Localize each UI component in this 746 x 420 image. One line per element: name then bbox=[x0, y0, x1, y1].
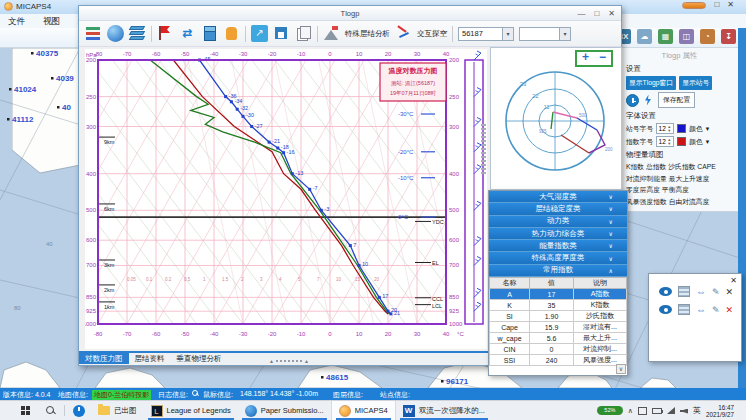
index-color-swatch[interactable] bbox=[677, 137, 686, 146]
taskbar-app-已出图[interactable]: 已出图 bbox=[91, 401, 144, 420]
maximize-button[interactable]: □ bbox=[714, 1, 719, 9]
save-config-button[interactable]: 保存配置 bbox=[658, 92, 695, 108]
tlogp-titlebar[interactable]: Tlogp — □ ✕ bbox=[79, 6, 621, 21]
swap-arrows-icon[interactable]: ⇄ bbox=[179, 25, 196, 42]
tlogp-maximize-button[interactable]: □ bbox=[594, 9, 599, 18]
layers-icon[interactable] bbox=[129, 25, 146, 42]
station-id-label[interactable]: 41024 bbox=[14, 85, 37, 94]
table-row[interactable]: SI1.90沙氏指数 bbox=[490, 311, 627, 322]
table-row[interactable]: Cape15.9湿对流有... bbox=[490, 322, 627, 333]
visibility-eye-icon[interactable] bbox=[659, 287, 672, 296]
clock-datetime[interactable]: 16:472021/9/27 bbox=[706, 404, 734, 418]
data-list-icon[interactable] bbox=[85, 25, 102, 42]
layer-stack-icon[interactable] bbox=[678, 304, 690, 315]
table-row[interactable]: A17A指数 bbox=[490, 289, 627, 300]
station-id-label[interactable]: 40 bbox=[62, 103, 71, 112]
tlogp-chart[interactable]: 0.050.10.20.511.523457101520-45-36-34-32… bbox=[85, 49, 487, 349]
clock-app-icon[interactable] bbox=[67, 401, 91, 420]
table-row[interactable]: w_cape5.6最大上升... bbox=[490, 333, 627, 344]
zoom-out-button[interactable]: − bbox=[594, 52, 611, 65]
category-常用指数[interactable]: 常用指数∧ bbox=[489, 265, 627, 277]
special-analysis-label[interactable]: 特殊层结分析 bbox=[345, 29, 390, 39]
tab-垂直物理分析[interactable]: 垂直物理分析 bbox=[171, 353, 228, 364]
battery-icon[interactable] bbox=[652, 408, 662, 414]
station-color-label[interactable]: 颜色 bbox=[689, 124, 703, 134]
taskbar-app-双流一次强降水的...[interactable]: W双流一次强降水的... bbox=[396, 401, 492, 420]
mountain-analysis-icon[interactable] bbox=[323, 25, 340, 42]
station-color-swatch[interactable] bbox=[677, 124, 686, 133]
skewt-diagram[interactable]: 0.050.10.20.511.523457101520-45-36-34-32… bbox=[85, 49, 487, 349]
delete-layer-icon[interactable]: ✕ bbox=[726, 305, 734, 315]
category-层结稳定度类[interactable]: 层结稳定度类∨ bbox=[489, 203, 627, 215]
taskbar-app-League of Legends[interactable]: LLeague of Legends bbox=[144, 401, 238, 420]
tab-对数压力图[interactable]: 对数压力图 bbox=[79, 353, 129, 364]
menu-文件[interactable]: 文件 bbox=[8, 16, 25, 26]
tlogp-close-button[interactable]: ✕ bbox=[608, 9, 615, 18]
menu-视图[interactable]: 视图 bbox=[43, 16, 60, 26]
database-search-icon[interactable]: ◫ bbox=[679, 29, 694, 44]
minimize-pill-icon[interactable] bbox=[682, 2, 706, 9]
swap-arrows-icon[interactable]: ⇔ bbox=[696, 287, 706, 297]
station-color-dropdown-icon[interactable]: ▾ bbox=[706, 125, 709, 133]
pan-hand-icon[interactable] bbox=[223, 25, 240, 42]
flag-icon[interactable] bbox=[157, 25, 174, 42]
station-combobox[interactable]: 56187 ▾ bbox=[458, 27, 514, 41]
interactive-sounding-icon[interactable] bbox=[395, 25, 412, 42]
start-button[interactable] bbox=[14, 401, 38, 420]
network-signal-icon[interactable] bbox=[667, 407, 675, 414]
visibility-eye-icon[interactable] bbox=[659, 305, 672, 314]
combobox-dropdown-icon[interactable]: ▾ bbox=[502, 28, 513, 40]
hodograph-panel[interactable]: 112233200500925 + − bbox=[490, 47, 622, 190]
index-font-size-stepper[interactable]: 12▲▼ bbox=[656, 136, 674, 147]
panel-splitter[interactable] bbox=[481, 124, 486, 174]
taskbar-app-MICAPS4[interactable]: MICAPS4 bbox=[331, 401, 396, 420]
category-特殊高度厚度类[interactable]: 特殊高度厚度类∨ bbox=[489, 252, 627, 264]
show-tlogp-window-button[interactable]: 显示Tlogp窗口 bbox=[626, 76, 676, 90]
station-id-label[interactable]: 4039 bbox=[56, 74, 74, 83]
layer-panel-close-icon[interactable]: ✕ bbox=[730, 276, 737, 285]
category-动力类[interactable]: 动力类∨ bbox=[489, 216, 627, 228]
edit-pencil-icon[interactable]: ✎ bbox=[712, 305, 720, 315]
tray-percent-badge[interactable]: 52% bbox=[597, 406, 623, 415]
close-button[interactable]: ✕ bbox=[727, 1, 734, 9]
station-id-label[interactable]: 96171 bbox=[446, 377, 469, 386]
taskbar-app-Paper Submissio...[interactable]: Paper Submissio... bbox=[238, 401, 331, 420]
station-id-label[interactable]: 41112 bbox=[12, 115, 34, 124]
edit-pencil-icon[interactable]: ✎ bbox=[712, 287, 720, 297]
zoom-in-button[interactable]: + bbox=[577, 52, 594, 65]
horizontal-scroll-handle[interactable]: ▲▲ bbox=[269, 358, 309, 364]
lightning-button-icon[interactable] bbox=[642, 94, 655, 107]
image-icon[interactable]: ▦ bbox=[658, 29, 673, 44]
table-row[interactable]: SSI240风暴强度... bbox=[490, 355, 627, 366]
station-font-size-stepper[interactable]: 12▲▼ bbox=[656, 123, 674, 134]
table-scroll-down-icon[interactable]: ∨ bbox=[616, 364, 626, 374]
speaker-icon[interactable] bbox=[680, 409, 688, 414]
show-station-button[interactable]: 显示站号 bbox=[679, 76, 712, 90]
category-热力动力综合类[interactable]: 热力动力综合类∨ bbox=[489, 228, 627, 240]
combobox-dropdown-icon[interactable]: ▾ bbox=[559, 28, 570, 40]
station-probe-icon[interactable]: ↧ bbox=[721, 29, 736, 44]
tlogp-minimize-button[interactable]: — bbox=[577, 9, 585, 18]
input-language-indicator[interactable]: 英 bbox=[693, 405, 701, 416]
box-3d-icon[interactable] bbox=[201, 25, 218, 42]
station-id-label[interactable]: 48615 bbox=[326, 373, 349, 382]
time-button-icon[interactable] bbox=[626, 94, 639, 107]
log-search-icon[interactable] bbox=[192, 390, 199, 397]
station-id-label[interactable]: 40375 bbox=[36, 49, 59, 58]
remove-layer-icon[interactable]: ✕ bbox=[726, 287, 734, 297]
globe-icon[interactable] bbox=[107, 25, 124, 42]
swap-arrows-icon[interactable]: ⇔ bbox=[696, 305, 706, 315]
tray-window-icon[interactable] bbox=[638, 407, 647, 415]
copy-pages-icon[interactable] bbox=[295, 25, 312, 42]
tray-expand-icon[interactable]: ∧ bbox=[628, 407, 633, 415]
cloud-add-icon[interactable]: ☁ bbox=[637, 29, 652, 44]
category-大气湿度类[interactable]: 大气湿度类∨ bbox=[489, 191, 627, 203]
index-color-label[interactable]: 颜色 bbox=[689, 137, 703, 147]
tab-层结资料[interactable]: 层结资料 bbox=[129, 353, 171, 364]
chart-magnifier-icon[interactable]: ◔ bbox=[700, 29, 715, 44]
table-row[interactable]: CIN0对流抑制... bbox=[490, 344, 627, 355]
table-row[interactable]: K35K指数 bbox=[490, 300, 627, 311]
save-icon[interactable] bbox=[273, 25, 290, 42]
index-color-dropdown-icon[interactable]: ▾ bbox=[706, 138, 709, 146]
category-能量指数类[interactable]: 能量指数类∨ bbox=[489, 240, 627, 252]
